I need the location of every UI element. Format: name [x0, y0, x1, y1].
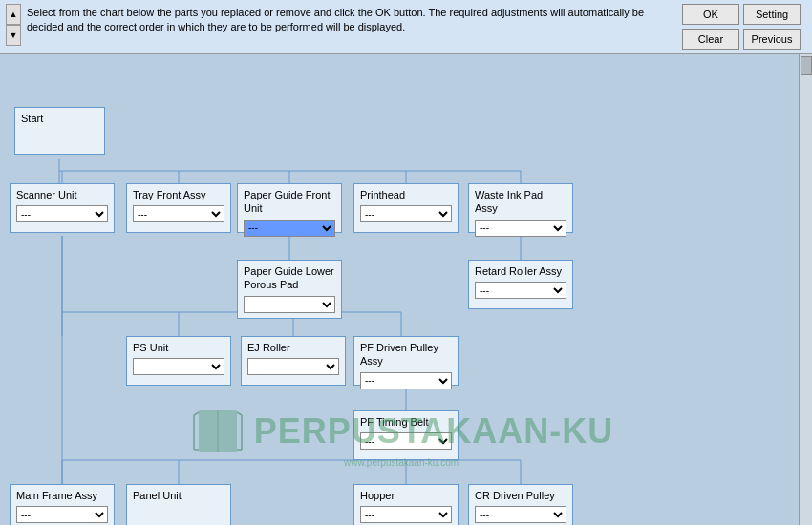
node-waste-ink-pad-assy: Waste Ink Pad Assy ---	[468, 183, 573, 233]
node-ej-roller-select[interactable]: ---	[247, 358, 339, 375]
node-retard-roller-assy-title: Retard Roller Assy	[475, 264, 566, 278]
node-hopper-select[interactable]: ---	[360, 506, 452, 523]
top-button-row1: OK Setting	[682, 4, 806, 25]
node-paper-guide-front-unit-title: Paper Guide Front Unit	[244, 188, 335, 216]
node-cr-driven-pulley-select[interactable]: ---	[475, 506, 566, 523]
node-tray-front-assy: Tray Front Assy ---	[126, 183, 231, 233]
node-cr-driven-pulley: CR Driven Pulley ---	[468, 484, 573, 525]
node-panel-unit: Panel Unit	[126, 484, 231, 525]
node-start-title: Start	[21, 112, 98, 125]
node-ps-unit: PS Unit ---	[126, 336, 231, 386]
node-ps-unit-title: PS Unit	[133, 341, 224, 354]
node-cr-driven-pulley-title: CR Driven Pulley	[475, 489, 566, 502]
node-main-frame-assy-select[interactable]: ---	[16, 506, 108, 523]
node-ej-roller: EJ Roller ---	[241, 336, 346, 386]
node-retard-roller-assy: Retard Roller Assy ---	[468, 260, 573, 309]
clear-button[interactable]: Clear	[682, 29, 739, 50]
scroll-arrows-left: ▲ ▼	[6, 4, 21, 46]
node-retard-roller-assy-select[interactable]: ---	[475, 282, 566, 299]
node-pf-driven-pulley-assy: PF Driven Pulley Assy ---	[353, 336, 459, 386]
node-panel-unit-title: Panel Unit	[133, 489, 224, 502]
node-start: Start	[14, 107, 105, 155]
node-waste-ink-pad-assy-select[interactable]: ---	[475, 220, 566, 237]
node-pf-timing-belt: PF Timing Belt ---	[353, 410, 459, 460]
scroll-down-arrow[interactable]: ▼	[6, 25, 21, 46]
node-main-frame-assy: Main Frame Assy ---	[10, 484, 115, 525]
node-ps-unit-select[interactable]: ---	[133, 358, 224, 375]
scroll-up-arrow[interactable]: ▲	[6, 4, 21, 25]
node-paper-guide-lower: Paper Guide Lower Porous Pad ---	[237, 260, 342, 319]
main-area: Start Scanner Unit --- Tray Front Assy -…	[0, 54, 812, 525]
node-main-frame-assy-title: Main Frame Assy	[16, 489, 108, 502]
node-tray-front-assy-select[interactable]: ---	[133, 205, 224, 222]
node-hopper: Hopper ---	[353, 484, 459, 525]
node-printhead-title: Printhead	[360, 188, 452, 201]
node-paper-guide-lower-select[interactable]: ---	[244, 296, 335, 313]
ok-button[interactable]: OK	[682, 4, 739, 25]
node-ej-roller-title: EJ Roller	[247, 341, 339, 354]
node-printhead: Printhead ---	[353, 183, 459, 233]
scrollbar-right[interactable]	[799, 54, 812, 525]
node-pf-timing-belt-select[interactable]: ---	[360, 432, 452, 450]
node-scanner-unit: Scanner Unit ---	[10, 183, 115, 233]
top-bar: ▲ ▼ Select from the chart below the part…	[0, 0, 812, 54]
node-printhead-select[interactable]: ---	[360, 205, 452, 222]
node-scanner-unit-title: Scanner Unit	[16, 188, 108, 201]
previous-button[interactable]: Previous	[743, 29, 801, 50]
header-description: Select from the chart below the parts yo…	[27, 4, 676, 35]
node-scanner-unit-select[interactable]: ---	[16, 205, 108, 222]
node-hopper-title: Hopper	[360, 489, 452, 502]
node-paper-guide-front-unit-select[interactable]: ---	[244, 220, 335, 237]
node-tray-front-assy-title: Tray Front Assy	[133, 188, 224, 201]
scroll-thumb[interactable]	[801, 56, 812, 75]
setting-button[interactable]: Setting	[743, 4, 801, 25]
node-paper-guide-front-unit: Paper Guide Front Unit ---	[237, 183, 342, 233]
header-buttons: OK Setting Clear Previous	[682, 4, 806, 50]
top-button-row2: Clear Previous	[682, 29, 806, 50]
watermark-book-icon	[189, 408, 246, 455]
node-pf-timing-belt-title: PF Timing Belt	[360, 415, 452, 429]
node-pf-driven-pulley-assy-select[interactable]: ---	[360, 372, 452, 389]
node-waste-ink-pad-assy-title: Waste Ink Pad Assy	[475, 188, 566, 216]
node-pf-driven-pulley-assy-title: PF Driven Pulley Assy	[360, 341, 452, 368]
node-paper-guide-lower-title: Paper Guide Lower Porous Pad	[244, 264, 335, 292]
